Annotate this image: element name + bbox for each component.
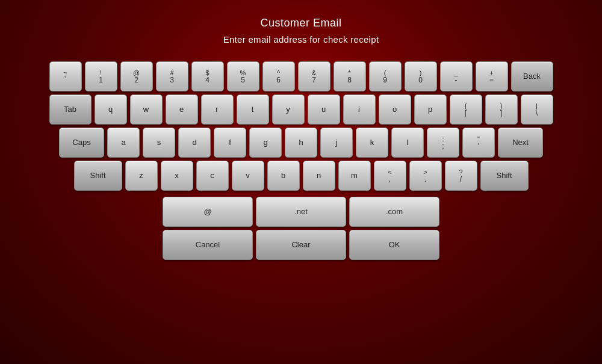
key-n[interactable]: n	[303, 161, 335, 191]
key-minus[interactable]: _ -	[440, 61, 473, 91]
header-title: Customer Email	[223, 17, 379, 29]
key-quote[interactable]: " '	[462, 128, 495, 158]
key-tilde-backtick[interactable]: ~ `	[49, 61, 82, 91]
key-ok[interactable]: OK	[349, 230, 439, 260]
key-bracket-close[interactable]: } ]	[485, 94, 518, 125]
key-s[interactable]: s	[143, 128, 175, 158]
key-5[interactable]: % 5	[227, 61, 259, 91]
key-3[interactable]: # 3	[156, 61, 188, 91]
key-dotcom[interactable]: .com	[349, 197, 439, 227]
key-v[interactable]: v	[232, 161, 264, 191]
key-i[interactable]: i	[343, 94, 376, 125]
keyboard: ~ ` ! 1 @ 2 # 3 $ 4 % 5 ^ 6 & 7	[49, 61, 553, 260]
key-7[interactable]: & 7	[298, 61, 330, 91]
key-comma[interactable]: < ,	[374, 161, 406, 191]
key-u[interactable]: u	[308, 94, 340, 125]
key-z[interactable]: z	[125, 161, 158, 191]
key-c[interactable]: c	[196, 161, 229, 191]
key-shift-right[interactable]: Shift	[480, 161, 529, 191]
keyboard-row-1: ~ ` ! 1 @ 2 # 3 $ 4 % 5 ^ 6 & 7	[49, 61, 553, 91]
key-1[interactable]: ! 1	[85, 61, 117, 91]
keyboard-row-3: Caps a s d f g h j k l : ; " ' Next	[59, 128, 543, 158]
key-q[interactable]: q	[95, 94, 127, 125]
key-cancel[interactable]: Cancel	[163, 230, 253, 260]
header-subtitle: Enter email address for check receipt	[223, 34, 379, 45]
key-semicolon[interactable]: : ;	[427, 128, 459, 158]
key-clear[interactable]: Clear	[256, 230, 346, 260]
key-8[interactable]: * 8	[334, 61, 366, 91]
key-equals[interactable]: + =	[476, 61, 508, 91]
key-d[interactable]: d	[178, 128, 211, 158]
bottom-row-1: @ .net .com	[163, 197, 439, 227]
key-9[interactable]: ( 9	[369, 61, 402, 91]
key-6[interactable]: ^ 6	[262, 61, 295, 91]
key-l[interactable]: l	[391, 128, 424, 158]
key-bracket-open[interactable]: { [	[450, 94, 482, 125]
keyboard-row-4: Shift z x c v b n m < , > . ? / Shift	[74, 161, 529, 191]
keyboard-row-2: Tab q w e r t y u i o p { [ } ] | \	[49, 94, 553, 125]
key-shift-left[interactable]: Shift	[74, 161, 122, 191]
key-a[interactable]: a	[107, 128, 140, 158]
bottom-row-2: Cancel Clear OK	[163, 230, 439, 260]
key-dotnet[interactable]: .net	[256, 197, 346, 227]
key-g[interactable]: g	[249, 128, 282, 158]
key-e[interactable]: e	[166, 94, 198, 125]
key-caps[interactable]: Caps	[59, 128, 104, 158]
key-y[interactable]: y	[272, 94, 305, 125]
key-backslash[interactable]: | \	[521, 94, 553, 125]
key-o[interactable]: o	[379, 94, 411, 125]
key-f[interactable]: f	[214, 128, 246, 158]
key-2[interactable]: @ 2	[120, 61, 153, 91]
key-r[interactable]: r	[201, 94, 234, 125]
key-h[interactable]: h	[285, 128, 317, 158]
key-at[interactable]: @	[163, 197, 253, 227]
key-4[interactable]: $ 4	[191, 61, 224, 91]
key-x[interactable]: x	[161, 161, 193, 191]
key-b[interactable]: b	[267, 161, 300, 191]
key-k[interactable]: k	[356, 128, 388, 158]
header: Customer Email Enter email address for c…	[223, 17, 379, 45]
key-p[interactable]: p	[414, 94, 447, 125]
key-slash[interactable]: ? /	[445, 161, 477, 191]
key-next[interactable]: Next	[498, 128, 543, 158]
key-j[interactable]: j	[320, 128, 353, 158]
key-tab[interactable]: Tab	[49, 94, 92, 125]
key-backspace[interactable]: Back	[511, 61, 553, 91]
key-t[interactable]: t	[237, 94, 269, 125]
key-m[interactable]: m	[338, 161, 371, 191]
bottom-rows: @ .net .com Cancel Clear OK	[163, 197, 439, 260]
key-period[interactable]: > .	[409, 161, 442, 191]
key-w[interactable]: w	[130, 94, 163, 125]
key-0[interactable]: ) 0	[405, 61, 437, 91]
